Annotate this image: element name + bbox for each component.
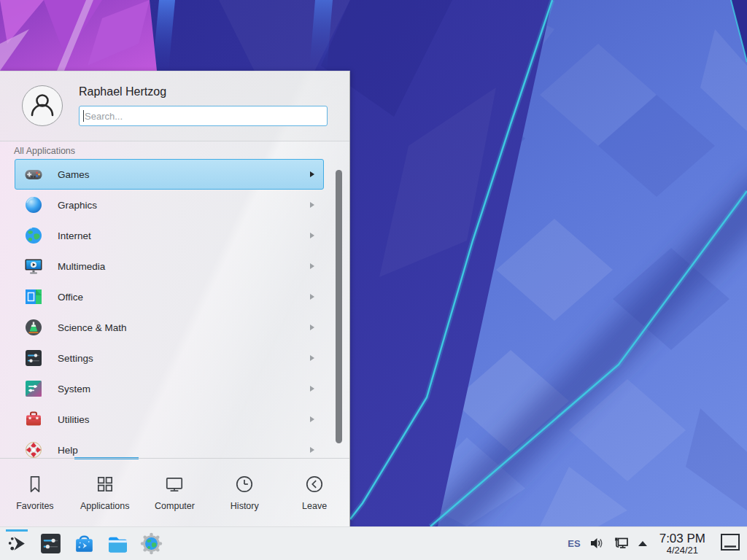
internet-icon bbox=[24, 226, 43, 245]
submenu-arrow-icon bbox=[310, 447, 314, 453]
history-icon bbox=[234, 474, 255, 494]
menu-item-label: Games bbox=[58, 169, 310, 180]
application-category-list: Games Graphics bbox=[0, 159, 349, 459]
tab-favorites[interactable]: Favorites bbox=[0, 459, 70, 526]
file-manager-launcher[interactable] bbox=[106, 529, 130, 559]
application-launcher-menu: Raphael Hertzog All Applications bbox=[0, 71, 350, 526]
tab-computer[interactable]: Computer bbox=[140, 459, 210, 526]
taskbar-launchers bbox=[0, 529, 163, 559]
menu-item-label: Graphics bbox=[58, 200, 310, 211]
discover-icon bbox=[73, 532, 96, 555]
applications-icon bbox=[95, 474, 115, 494]
menu-item-label: Help bbox=[58, 445, 310, 456]
menu-item-games[interactable]: Games bbox=[15, 159, 324, 190]
system-settings-launcher[interactable] bbox=[39, 529, 63, 559]
menu-item-label: Utilities bbox=[58, 414, 310, 425]
menu-item-system[interactable]: System bbox=[15, 373, 324, 404]
tab-label: History bbox=[231, 501, 259, 511]
web-browser-launcher[interactable] bbox=[139, 529, 163, 559]
menu-item-label: Science & Math bbox=[58, 322, 310, 333]
tab-history[interactable]: History bbox=[209, 459, 279, 526]
submenu-arrow-icon bbox=[310, 416, 314, 422]
menu-item-settings[interactable]: Settings bbox=[15, 343, 324, 373]
submenu-arrow-icon bbox=[310, 171, 314, 177]
system-icon bbox=[24, 379, 43, 398]
list-scrollbar[interactable] bbox=[336, 170, 342, 443]
text-caret bbox=[83, 110, 84, 122]
settings-icon bbox=[24, 349, 43, 368]
submenu-arrow-icon bbox=[310, 386, 314, 392]
submenu-arrow-icon bbox=[310, 324, 314, 330]
menu-item-multimedia[interactable]: Multimedia bbox=[15, 251, 324, 281]
multimedia-icon bbox=[24, 257, 43, 276]
tab-label: Leave bbox=[302, 501, 327, 511]
expand-tray-arrow[interactable] bbox=[638, 541, 647, 546]
show-desktop-button[interactable] bbox=[719, 532, 741, 554]
desktop: Raphael Hertzog All Applications bbox=[0, 0, 747, 560]
system-settings-icon bbox=[39, 532, 62, 555]
active-task-indicator bbox=[6, 529, 28, 532]
user-name: Raphael Hertzog bbox=[79, 85, 166, 98]
submenu-arrow-icon bbox=[310, 263, 314, 269]
menu-item-graphics[interactable]: Graphics bbox=[15, 190, 324, 220]
application-launcher-button[interactable] bbox=[5, 529, 29, 559]
launcher-header: Raphael Hertzog bbox=[0, 71, 349, 141]
menu-item-label: Office bbox=[58, 292, 310, 303]
computer-icon bbox=[164, 474, 185, 494]
launcher-tab-bar: Favorites Applications bbox=[0, 458, 349, 526]
dolphin-folder-icon bbox=[107, 532, 129, 555]
science-math-icon bbox=[24, 318, 43, 337]
tab-label: Applications bbox=[80, 501, 129, 511]
tab-leave[interactable]: Leave bbox=[279, 459, 349, 526]
submenu-arrow-icon bbox=[310, 202, 314, 208]
volume-icon[interactable] bbox=[589, 535, 605, 551]
section-label: All Applications bbox=[14, 146, 75, 156]
menu-item-utilities[interactable]: Utilities bbox=[15, 404, 324, 435]
submenu-arrow-icon bbox=[310, 233, 314, 238]
tab-applications[interactable]: Applications bbox=[70, 459, 140, 526]
discover-launcher[interactable] bbox=[72, 529, 96, 559]
submenu-arrow-icon bbox=[310, 355, 314, 361]
menu-item-office[interactable]: Office bbox=[15, 281, 324, 312]
menu-item-science-math[interactable]: Science & Math bbox=[15, 312, 324, 343]
menu-item-label: System bbox=[58, 384, 310, 394]
help-icon bbox=[24, 440, 43, 459]
utilities-icon bbox=[24, 410, 43, 429]
leave-icon bbox=[304, 474, 325, 494]
search-input[interactable] bbox=[79, 106, 328, 126]
globe-gear-icon bbox=[140, 532, 163, 555]
clock-date: 4/24/21 bbox=[667, 545, 698, 556]
favorites-icon bbox=[25, 474, 45, 494]
menu-item-label: Multimedia bbox=[58, 261, 310, 272]
menu-item-help[interactable]: Help bbox=[15, 435, 324, 459]
tab-label: Computer bbox=[155, 501, 195, 511]
system-tray: ES 7:03 PM 4/2 bbox=[568, 532, 747, 555]
tab-label: Favorites bbox=[16, 501, 53, 511]
menu-item-label: Settings bbox=[58, 353, 310, 364]
kde-launcher-icon bbox=[6, 532, 28, 555]
graphics-icon bbox=[24, 195, 43, 214]
menu-item-internet[interactable]: Internet bbox=[15, 220, 324, 251]
user-icon bbox=[24, 88, 61, 124]
digital-clock[interactable]: 7:03 PM 4/24/21 bbox=[659, 532, 705, 555]
menu-item-label: Internet bbox=[58, 230, 310, 241]
submenu-arrow-icon bbox=[310, 294, 314, 300]
games-icon bbox=[24, 165, 43, 184]
clock-time: 7:03 PM bbox=[659, 532, 705, 545]
network-icon[interactable] bbox=[613, 535, 629, 551]
taskbar: ES 7:03 PM 4/2 bbox=[0, 526, 747, 560]
office-icon bbox=[24, 287, 43, 306]
keyboard-layout-indicator[interactable]: ES bbox=[568, 538, 580, 549]
user-avatar[interactable] bbox=[22, 85, 63, 126]
